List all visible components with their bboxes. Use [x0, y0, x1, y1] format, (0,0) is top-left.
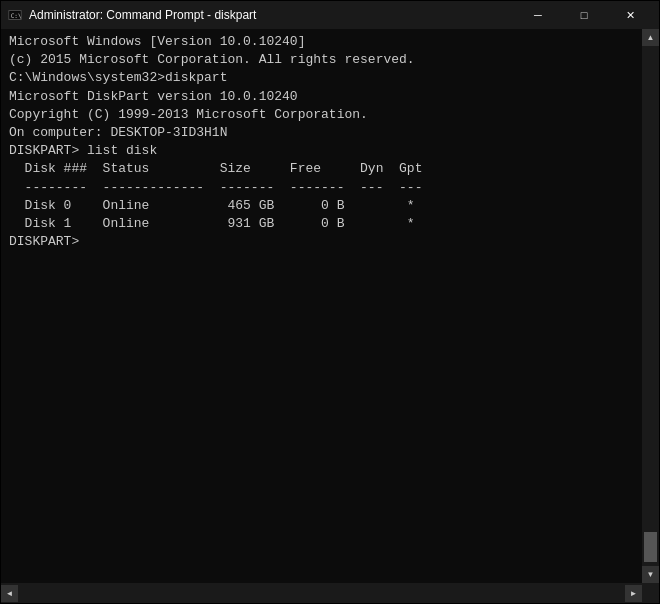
- console-line: Disk 0 Online 465 GB 0 B *: [9, 197, 651, 215]
- close-button[interactable]: ✕: [607, 1, 653, 29]
- bottom-bar: ◄ ►: [1, 583, 659, 603]
- console-output[interactable]: Microsoft Windows [Version 10.0.10240](c…: [1, 29, 659, 583]
- scroll-right-button[interactable]: ►: [625, 585, 642, 602]
- console-line: Microsoft Windows [Version 10.0.10240]: [9, 33, 651, 51]
- console-line: (c) 2015 Microsoft Corporation. All righ…: [9, 51, 651, 69]
- scrollbar-track: [642, 46, 659, 566]
- main-window: C:\ Administrator: Command Prompt - disk…: [0, 0, 660, 604]
- console-line: Disk 1 Online 931 GB 0 B *: [9, 215, 651, 233]
- window-controls: ─ □ ✕: [515, 1, 653, 29]
- maximize-button[interactable]: □: [561, 1, 607, 29]
- window-title: Administrator: Command Prompt - diskpart: [29, 8, 515, 22]
- console-line: DISKPART> list disk: [9, 142, 651, 160]
- console-line: Copyright (C) 1999-2013 Microsoft Corpor…: [9, 106, 651, 124]
- console-line: Microsoft DiskPart version 10.0.10240: [9, 88, 651, 106]
- console-line: DISKPART>: [9, 233, 651, 251]
- console-line: Disk ### Status Size Free Dyn Gpt: [9, 160, 651, 178]
- vertical-scrollbar[interactable]: ▲ ▼: [642, 29, 659, 583]
- console-line: -------- ------------- ------- ------- -…: [9, 179, 651, 197]
- console-line: C:\Windows\system32>diskpart: [9, 69, 651, 87]
- minimize-button[interactable]: ─: [515, 1, 561, 29]
- horizontal-scrollbar-track: [18, 585, 625, 602]
- console-line: On computer: DESKTOP-3ID3H1N: [9, 124, 651, 142]
- scrollbar-thumb[interactable]: [644, 532, 657, 562]
- scroll-left-button[interactable]: ◄: [1, 585, 18, 602]
- titlebar: C:\ Administrator: Command Prompt - disk…: [1, 1, 659, 29]
- svg-text:C:\: C:\: [11, 12, 22, 19]
- horizontal-scrollbar[interactable]: ◄ ►: [1, 585, 642, 602]
- scroll-up-button[interactable]: ▲: [642, 29, 659, 46]
- scroll-down-button[interactable]: ▼: [642, 566, 659, 583]
- window-icon: C:\: [7, 7, 23, 23]
- scrollbar-corner: [642, 583, 659, 603]
